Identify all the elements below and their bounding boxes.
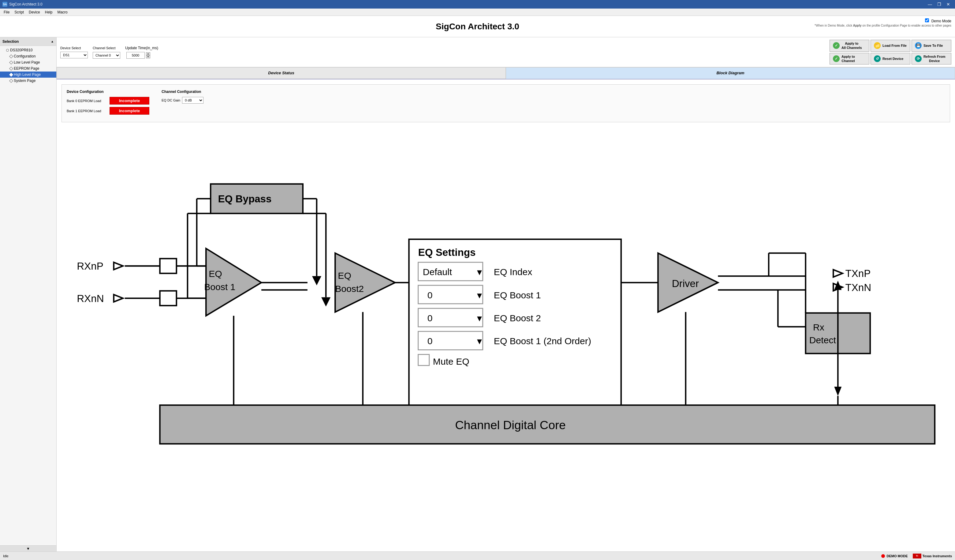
update-time-group: ▲ ▼ [126,52,150,59]
sidebar-item-low-level-page[interactable]: Low Level Page [0,59,56,66]
eq-boost1-field-label: EQ Boost 1 [494,290,541,300]
toolbar-area: Device Select DS1 Channel Select Update … [56,37,955,67]
ti-logo: TI Texas Instruments [913,554,952,558]
eq-boost1-label2: Boost 1 [204,282,235,292]
demo-note-suffix: on the profile Configuration Page to ena… [861,24,951,27]
spinner-down[interactable]: ▼ [146,55,150,58]
eq-boost2-shape [335,253,395,312]
sidebar: Selection ▲ DS320PR810 Configuration Low… [0,37,56,551]
sidebar-item-eeprom-page[interactable]: EEPROM Page [0,66,56,72]
rx-detect-label2: Detect [809,335,836,345]
spinner-buttons: ▲ ▼ [146,52,150,58]
save-to-file-button[interactable]: 💾 Save To File [911,40,951,51]
refresh-from-device-button[interactable]: ⟳ Refresh FromDevice [911,53,951,65]
sidebar-item-ds320pr810[interactable]: DS320PR810 [0,47,56,53]
sidebar-item-configuration[interactable]: Configuration [0,53,56,59]
bank0-status-badge: Incomplete [110,97,149,105]
bank1-label: Bank 1 EEPROM Load [67,109,106,113]
menu-help[interactable]: Help [42,9,55,15]
rxnn-input-symbol [114,295,123,302]
device-select-input[interactable]: DS1 [60,51,88,58]
tab-block-diagram-label: Block Diagram [716,70,744,75]
bank1-row: Bank 1 EEPROM Load Incomplete [67,107,149,115]
config-section: Device Configuration Bank 0 EEPROM Load … [61,84,950,122]
title-bar: SA SigCon Architect 3.0 — ❐ ✕ [0,0,955,9]
txnp-out-symbol [833,270,842,277]
mute-eq-checkbox[interactable] [418,354,429,366]
rxnp-input-symbol [114,262,123,270]
sidebar-item-system-page[interactable]: System Page [0,78,56,84]
diamond-icon [9,67,13,70]
menu-device[interactable]: Device [26,9,42,15]
sidebar-tree: DS320PR810 Configuration Low Level Page … [0,46,56,545]
demo-mode-indicator: DEMO MODE [881,554,908,558]
diamond-icon [9,61,13,64]
device-select-label: Device Select [60,46,85,50]
reset-device-button[interactable]: ↺ Reset Device [870,53,910,65]
eq-boost1-2nd-label: EQ Boost 1 (2nd Order) [494,336,591,346]
minimize-button[interactable]: — [925,0,934,9]
checkmark2-icon: ✓ [833,55,840,62]
title-bar-controls: — ❐ ✕ [925,0,953,9]
eq-index-value-text: Default [423,267,452,277]
diamond-icon [9,79,13,83]
load-from-file-button[interactable]: 📁 Load From File [870,40,910,51]
close-button[interactable]: ✕ [944,0,953,9]
sidebar-item-high-level-page[interactable]: High Level Page [0,72,56,78]
spinner-up[interactable]: ▲ [146,52,150,55]
channel-select-input[interactable]: Channel 0 [93,52,120,59]
eq-boost1-val: 0 [427,290,433,300]
rxnn-label: RXnN [77,293,104,304]
eq-index-dropdown-arrow: ▼ [476,267,484,277]
eq-dc-gain-row: EQ DC Gain 0 dB [161,97,204,104]
driver-label: Driver [672,278,699,290]
arrow-rxdetect-down [834,387,841,396]
save-icon: 💾 [915,42,922,49]
title-bar-text: SigCon Architect 3.0 [9,2,925,6]
eq-bypass-label: EQ Bypass [218,193,271,204]
sidebar-scroll-down[interactable]: ▼ [0,545,56,551]
menu-macro[interactable]: Macro [55,9,70,15]
eq-dc-gain-select[interactable]: 0 dB [182,97,204,104]
eq-index-label: EQ Index [494,267,532,277]
menu-script[interactable]: Script [12,9,26,15]
bank0-row: Bank 0 EEPROM Load Incomplete [67,97,149,105]
eq-boost1-2nd-val: 0 [427,336,433,346]
tab-block-diagram[interactable]: Block Diagram [506,67,955,79]
app-icon: SA [2,2,7,7]
eq-boost1-dropdown-arrow: ▼ [476,291,484,300]
channel-select-group: Channel Select Update Time(in_ms) [93,46,158,50]
update-time-label: Update Time(in_ms) [125,46,158,50]
sidebar-item-label: Low Level Page [14,60,40,64]
rxnp-buffer [160,259,176,273]
action-buttons: ✓ Apply toAll Channels 📁 Load From File … [830,40,951,64]
eq-boost2-label2: Boost2 [335,284,364,294]
block-diagram-area: RXnP RXnN EQ Boost [61,127,950,463]
apply-all-label: Apply toAll Channels [841,41,862,50]
demo-mode-checkbox[interactable] [925,18,929,22]
channel-config-title: Channel Configuration [161,90,204,94]
content-area: Selection ▲ DS320PR810 Configuration Low… [0,37,955,551]
menu-file[interactable]: File [1,9,12,15]
device-select-group: Device Select [60,46,88,50]
demo-note: *When in Demo Mode, click Apply on the p… [814,24,951,27]
block-diagram-svg: RXnP RXnN EQ Boost [67,133,944,456]
sidebar-scroll-up[interactable]: ▲ [51,40,54,43]
page-content: Device Configuration Bank 0 EEPROM Load … [56,80,955,468]
apply-channel-button[interactable]: ✓ Apply toChannel [830,53,869,65]
sidebar-item-label: Configuration [14,54,36,58]
sidebar-item-label: EEPROM Page [14,66,39,70]
sidebar-item-label: System Page [14,78,36,83]
diamond-filled-icon [9,73,13,77]
bank1-status-badge: Incomplete [110,107,149,115]
update-time-input[interactable] [126,52,145,59]
apply-all-channels-button[interactable]: ✓ Apply toAll Channels [830,40,869,51]
tab-device-status[interactable]: Device Status [56,67,506,79]
checkmark-icon: ✓ [833,42,840,49]
tab-device-status-label: Device Status [268,70,294,75]
restore-button[interactable]: ❐ [935,0,943,9]
rx-detect-label1: Rx [813,322,824,332]
device-config-title: Device Configuration [67,90,149,94]
demo-mode-label: Demo Mode [932,19,951,23]
status-right: DEMO MODE TI Texas Instruments [881,554,952,558]
